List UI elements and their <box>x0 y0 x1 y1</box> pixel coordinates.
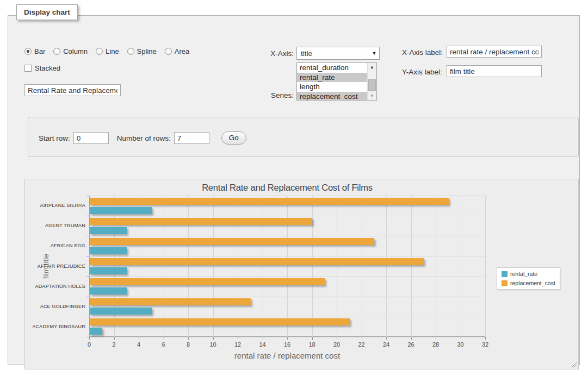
gridline-x-4 <box>139 196 139 337</box>
bar-replacement_cost-african-egg <box>90 238 374 245</box>
stacked-option[interactable]: Stacked <box>24 64 60 72</box>
x-tick-label-16: 16 <box>279 341 295 348</box>
radio-icon-spline[interactable] <box>127 48 134 55</box>
go-button[interactable]: Go <box>221 131 246 145</box>
bar-rental_rate-agent-truman <box>90 227 127 234</box>
bar-replacement_cost-academy-dinosaur <box>90 318 350 325</box>
radio-icon-column[interactable] <box>53 48 60 55</box>
category-label-airplane-sierra: AIRPLANE SIERRA <box>29 203 85 208</box>
x-tick-label-22: 22 <box>354 341 370 348</box>
scroll-down-icon[interactable]: ▼ <box>368 92 376 100</box>
x-tick-label-30: 30 <box>453 341 469 348</box>
x-axis-label-field-label: X-Axis label: <box>402 48 443 57</box>
bar-replacement_cost-ace-goldfinger <box>90 298 251 305</box>
radio-icon-bar[interactable] <box>24 48 32 55</box>
series-option-rental_duration[interactable]: rental_duration <box>297 63 376 73</box>
gridline-y-7 <box>89 337 485 337</box>
start-row-input[interactable] <box>73 132 109 144</box>
gridline-x-6 <box>164 196 164 337</box>
x-tick-label-20: 20 <box>329 341 345 348</box>
legend-swatch-replacement_cost <box>502 280 507 286</box>
x-tick-label-24: 24 <box>378 341 394 348</box>
y-tick-7 <box>86 337 89 337</box>
number-of-rows-input[interactable] <box>174 132 209 144</box>
x-tick-label-12: 12 <box>230 341 246 348</box>
y-tick-4 <box>86 277 89 277</box>
panel-title: Display chart <box>16 4 78 20</box>
gridline-x-2 <box>114 196 115 337</box>
gridline-x-22 <box>362 196 362 337</box>
y-tick-1 <box>86 216 89 216</box>
legend-item-rental_rate[interactable]: rental_rate <box>502 271 555 277</box>
category-label-agent-truman: AGENT TRUMAN <box>29 223 85 228</box>
chart-type-label-area[interactable]: Area <box>175 47 189 55</box>
listbox-scrollbar[interactable]: ▲ ▼ <box>367 63 376 100</box>
gridline-x-14 <box>263 196 263 337</box>
bar-rental_rate-affair-prejudice <box>90 267 127 274</box>
chart-type-label-spline[interactable]: Spline <box>137 47 157 55</box>
chart-title-input[interactable] <box>24 84 121 96</box>
series-list-label: Series: <box>252 91 294 99</box>
category-label-ace-goldfinger: ACE GOLDFINGER <box>29 304 85 309</box>
x-tick-label-2: 2 <box>106 341 122 348</box>
scroll-up-icon[interactable]: ▲ <box>368 63 376 71</box>
chart-type-label-bar[interactable]: Bar <box>34 47 45 55</box>
gridline-x-26 <box>411 196 412 337</box>
gridline-x-20 <box>337 196 337 337</box>
gridline-y-6 <box>89 317 485 317</box>
gridline-x-12 <box>238 196 238 337</box>
gridline-x-16 <box>287 196 288 337</box>
category-label-adaptation-holes: ADAPTATION HOLES <box>29 284 85 289</box>
rows-panel: Start row: Number of rows: Go <box>28 117 579 157</box>
chart-title: Rental Rate and Replacement Cost of Film… <box>89 183 485 193</box>
x-axis-select[interactable]: title ▼ <box>296 47 380 60</box>
gridline-y-4 <box>89 277 485 277</box>
page: Display chart BarColumnLineSplineArea St… <box>0 0 588 370</box>
y-axis-label-input[interactable] <box>447 65 542 77</box>
y-tick-3 <box>86 256 89 256</box>
legend-label-replacement_cost[interactable]: replacement_cost <box>510 280 555 286</box>
x-axis-label-input[interactable] <box>447 46 542 58</box>
chart-type-label-column[interactable]: Column <box>63 47 88 55</box>
series-listbox[interactable]: rental_durationrental_ratelengthreplacem… <box>296 62 377 101</box>
x-tick-label-18: 18 <box>304 341 320 348</box>
chart-type-option-column[interactable]: Column <box>53 47 88 55</box>
gridline-y-0 <box>89 196 485 196</box>
series-option-length[interactable]: length <box>297 82 376 92</box>
x-tick-label-14: 14 <box>255 341 271 348</box>
x-tick-label-4: 4 <box>131 341 147 348</box>
chart-legend: rental_ratereplacement_cost <box>497 267 560 290</box>
chart-type-options: BarColumnLineSplineArea <box>24 47 194 55</box>
series-option-rental_rate[interactable]: rental_rate <box>297 73 376 83</box>
chart-type-option-line[interactable]: Line <box>96 47 119 55</box>
x-tick-32 <box>485 337 486 340</box>
bar-rental_rate-academy-dinosaur <box>90 328 102 335</box>
legend-label-rental_rate[interactable]: rental_rate <box>510 271 537 277</box>
legend-item-replacement_cost[interactable]: replacement_cost <box>502 280 555 286</box>
category-label-affair-prejudice: AFFAIR PREJUDICE <box>29 264 85 269</box>
chart-type-label-line[interactable]: Line <box>106 47 119 55</box>
gridline-x-30 <box>461 196 461 337</box>
category-label-academy-dinosaur: ACADEMY DINOSAUR <box>29 324 85 329</box>
bar-replacement_cost-adaptation-holes <box>90 278 325 285</box>
bar-replacement_cost-agent-truman <box>90 218 312 225</box>
chevron-down-icon[interactable]: ▼ <box>369 51 379 56</box>
x-tick-label-6: 6 <box>156 341 172 348</box>
radio-icon-area[interactable] <box>165 48 172 55</box>
chart-type-option-bar[interactable]: Bar <box>24 47 45 55</box>
y-axis-label-field-label: Y-Axis label: <box>402 68 442 76</box>
gridline-x-24 <box>386 196 387 337</box>
start-row-label: Start row: <box>39 134 70 142</box>
chart-type-option-area[interactable]: Area <box>165 47 189 55</box>
resize-handle-icon[interactable] <box>571 362 577 367</box>
x-tick-label-8: 8 <box>180 341 196 348</box>
x-tick-label-28: 28 <box>428 341 444 348</box>
x-axis-title: rental rate / replacement cost <box>89 351 485 360</box>
series-option-replacement_cost[interactable]: replacement_cost <box>297 92 376 101</box>
y-axis-title: film title <box>42 254 50 279</box>
chart-type-option-spline[interactable]: Spline <box>127 47 157 55</box>
scrollbar-thumb[interactable] <box>368 79 376 91</box>
stacked-label[interactable]: Stacked <box>35 64 60 72</box>
stacked-checkbox[interactable] <box>24 65 32 72</box>
radio-icon-line[interactable] <box>96 48 103 55</box>
